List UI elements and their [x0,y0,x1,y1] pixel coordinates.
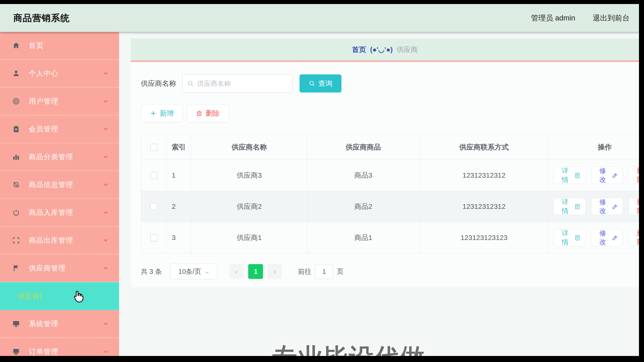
sidebar-item-label: 系统管理 [29,319,58,328]
detail-button[interactable]: 详情 [553,167,586,184]
sidebar-item-6[interactable]: 商品入库管理 [0,199,119,227]
cell-supplier-product: 商品3 [307,160,420,191]
sidebar-item-2[interactable]: 用户管理 [0,87,119,115]
bar-chart-icon [12,153,20,161]
search-label: 供应商名称 [141,79,176,88]
sidebar-item-label: 商品出库管理 [29,236,73,245]
goto-page-input[interactable] [315,264,333,279]
cell-supplier-name: 供应商2 [192,191,307,222]
chevron-up-icon [102,265,109,272]
column-header-2: 供应商商品 [307,135,420,160]
cell-actions: 详情修改删除 [549,160,639,191]
sidebar-item-8[interactable]: 供应商管理 [0,254,119,282]
doc-icon [574,235,581,241]
scan-icon [12,236,20,244]
plus-icon [150,110,157,117]
row-checkbox-cell [141,160,166,191]
system-monitor-icon [12,320,20,328]
delete-row-button[interactable]: 删除 [629,198,639,215]
toolbar: 新增 删除 [141,104,639,122]
breadcrumb-home-link[interactable]: 首页 [352,45,366,54]
row-checkbox[interactable] [150,234,157,241]
table-row-1: 1供应商3商品312312312312详情修改删除 [141,160,639,191]
page-size-select[interactable]: 10条/页 [170,263,217,280]
goto-suffix: 页 [337,267,343,276]
chevron-down-icon [102,70,109,77]
sidebar-item-label: 个人中心 [29,69,58,78]
chevron-down-icon [102,181,109,188]
letterbox-bottom [0,356,644,362]
chevron-down-icon [102,348,109,355]
delete-button-label: 删除 [206,109,220,118]
detail-button-label: 详情 [558,166,572,184]
goto-label: 前往 [298,267,311,276]
edit-button[interactable]: 修改 [591,229,623,246]
sidebar-item-10[interactable]: 系统管理 [0,310,119,338]
sidebar-item-label: 订单管理 [29,347,58,356]
prev-page-button[interactable] [229,264,244,279]
cell-index: 3 [166,222,192,253]
cell-supplier-contact: 12312312312 [420,160,549,191]
sidebar-item-7[interactable]: 商品出库管理 [0,227,119,254]
header-checkbox-cell [141,135,166,160]
row-checkbox-cell [141,222,166,253]
row-checkbox[interactable] [150,172,157,179]
bell-off-icon [12,181,20,189]
cell-index: 1 [166,160,192,191]
chevron-right-icon [272,269,277,274]
delete-row-button[interactable]: 删除 [629,167,639,184]
power-icon [12,208,20,217]
doc-icon [574,203,581,210]
cell-supplier-contact: 123123123123 [420,222,549,253]
column-header-3: 供应商联系方式 [420,135,549,160]
detail-button-label: 详情 [558,229,572,247]
detail-button[interactable]: 详情 [553,198,586,215]
sidebar-item-label: 用户管理 [29,97,58,106]
supplier-table: 索引供应商名称供应商商品供应商联系方式操作1供应商3商品312312312312… [141,134,639,253]
order-monitor-icon [12,348,20,356]
delete-row-button[interactable]: 删除 [629,229,639,246]
add-button[interactable]: 新增 [141,104,183,122]
query-button[interactable]: 查询 [300,74,341,93]
cell-actions: 详情修改删除 [549,222,639,253]
current-page-button[interactable]: 1 [248,264,263,279]
sidebar-item-5[interactable]: 商品信息管理 [0,171,119,199]
sidebar: 首页个人中心用户管理会员管理商品分类管理商品信息管理商品入库管理商品出库管理供应… [0,32,119,356]
edit-button[interactable]: 修改 [591,167,623,184]
clipboard-x-icon [12,125,20,133]
add-button-label: 新增 [160,109,174,118]
cell-actions: 详情修改删除 [549,191,639,222]
sidebar-item-0[interactable]: 首页 [0,32,119,60]
home-icon [12,42,20,50]
sidebar-item-9[interactable]: 供应商 [0,282,119,310]
row-checkbox[interactable] [150,203,157,210]
sidebar-item-4[interactable]: 商品分类管理 [0,143,119,171]
chevron-left-icon [234,269,239,274]
select-all-checkbox[interactable] [150,144,157,151]
flag-icon [12,264,20,272]
admin-user-link[interactable]: 管理员 admin [531,13,575,23]
header-right: 管理员 admin 退出到前台 [531,13,630,23]
delete-button[interactable]: 删除 [187,104,229,122]
edit-button[interactable]: 修改 [591,198,623,215]
cell-supplier-product: 商品1 [307,222,420,253]
app-title: 商品营销系统 [13,12,70,24]
doc-icon [574,172,581,179]
cell-supplier-product: 商品2 [307,191,420,222]
sidebar-item-11[interactable]: 订单管理 [0,338,119,356]
user-icon [12,69,20,77]
detail-button[interactable]: 详情 [553,229,586,246]
search-input[interactable] [197,80,288,87]
sidebar-item-1[interactable]: 个人中心 [0,60,119,87]
delete-row-button-label: 删除 [634,229,639,247]
cell-index: 2 [166,191,192,222]
sidebar-item-3[interactable]: 会员管理 [0,115,119,143]
next-page-button[interactable] [268,264,282,279]
search-icon [187,80,194,87]
delete-row-button-label: 删除 [634,166,639,184]
sidebar-item-label: 商品入库管理 [29,208,73,217]
text-cursor [41,292,41,301]
chevron-down-icon [102,237,109,244]
logout-link[interactable]: 退出到前台 [593,13,630,23]
breadcrumb-current: 供应商 [397,45,418,54]
